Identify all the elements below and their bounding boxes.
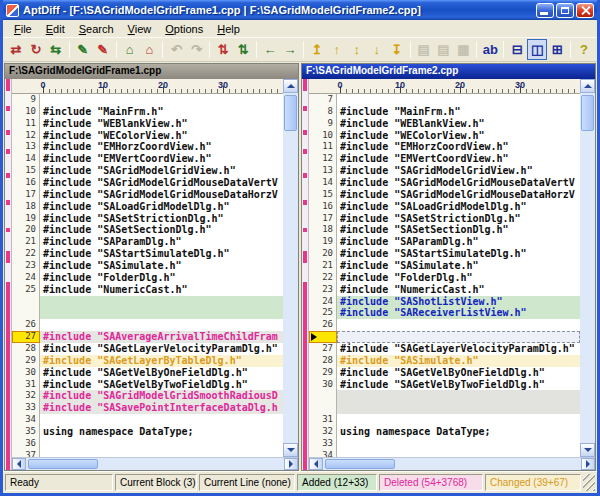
code-area-left[interactable]: 910#include "MainFrm.h"11#include "WEBla…: [12, 94, 283, 457]
code-text[interactable]: #include "WEColorView.h": [40, 130, 283, 142]
line-number[interactable]: 21: [12, 236, 40, 248]
code-line[interactable]: 30#include "SAGetVelByOneFieldDlg.h": [12, 367, 283, 379]
code-line[interactable]: 15#include "SAGridModelGridView.h": [12, 165, 283, 177]
code-text[interactable]: #include "SAGetVelByOneFieldDlg.h": [40, 367, 283, 379]
code-text[interactable]: [40, 414, 283, 426]
code-text[interactable]: #include "SALoadGridModelDlg.h": [40, 201, 283, 213]
last-diff-button[interactable]: ↧: [387, 39, 407, 60]
line-number[interactable]: 34: [309, 450, 337, 457]
code-line[interactable]: 24#include "SAShotListView.h": [309, 296, 580, 308]
code-text[interactable]: #include "SAGetLayerVelocityParamDlg.h": [337, 343, 580, 355]
line-number[interactable]: 22: [309, 272, 337, 284]
code-text[interactable]: [40, 307, 283, 319]
code-text[interactable]: #include "SASetStrictionDlg.h": [337, 213, 580, 225]
code-line[interactable]: 24#include "FolderDlg.h": [12, 272, 283, 284]
code-text[interactable]: #include "SAGetVelByTwoFieldDlg.h": [337, 379, 580, 391]
code-line[interactable]: 14#include "SAGridModelGridMouseDataVert…: [309, 177, 580, 189]
code-line[interactable]: 9: [12, 94, 283, 106]
resize-grip[interactable]: [583, 474, 595, 491]
code-line[interactable]: 12#include "EMVertCoordView.h": [309, 153, 580, 165]
code-text[interactable]: [40, 94, 283, 106]
line-number[interactable]: [309, 402, 337, 414]
current-line-marker[interactable]: 27: [12, 331, 40, 343]
code-line[interactable]: [309, 390, 580, 402]
code-line[interactable]: 32#include "SAGridModelGridSmoothRadious…: [12, 390, 283, 402]
edit-file2-button[interactable]: ✎: [93, 39, 113, 60]
code-line[interactable]: 9#include "WEBlankView.h": [309, 118, 580, 130]
line-number[interactable]: 26: [309, 319, 337, 331]
layout-grid-button[interactable]: ⊞: [547, 39, 567, 60]
code-line[interactable]: 27#include "SAAverageArrivalTimeChildFra…: [12, 331, 283, 343]
code-line[interactable]: 16#include "SAGridModelGridMouseDataVert…: [12, 177, 283, 189]
code-line[interactable]: 34: [12, 414, 283, 426]
line-number[interactable]: 25: [12, 284, 40, 296]
line-number[interactable]: 37: [12, 450, 40, 457]
line-number[interactable]: 19: [309, 236, 337, 248]
menu-file[interactable]: File: [7, 22, 39, 36]
code-line[interactable]: 35using namespace DataType;: [12, 426, 283, 438]
line-number[interactable]: 22: [12, 248, 40, 260]
next-diff-button[interactable]: ↓: [367, 39, 387, 60]
line-number[interactable]: 20: [309, 248, 337, 260]
code-text[interactable]: [337, 450, 580, 457]
code-text[interactable]: #include "EMHorzCoordView.h": [40, 141, 283, 153]
code-text[interactable]: #include "SAStartSimulateDlg.h": [337, 248, 580, 260]
code-line[interactable]: [12, 307, 283, 319]
code-text[interactable]: #include "SASimulate.h": [337, 260, 580, 272]
copy-block-right-button[interactable]: ⇅: [233, 39, 253, 60]
line-number[interactable]: 17: [309, 213, 337, 225]
code-text[interactable]: #include "SAGetLayerVelocityParamDlg.h": [40, 343, 283, 355]
scroll-thumb[interactable]: [581, 95, 594, 131]
line-number[interactable]: 34: [12, 414, 40, 426]
line-number[interactable]: 11: [12, 118, 40, 130]
code-line[interactable]: 23#include "NumericCast.h": [309, 284, 580, 296]
code-text[interactable]: #include "SAGridModelGridSmoothRadiousD: [40, 390, 283, 402]
scroll-down-button[interactable]: [283, 443, 298, 457]
copy-to-left-button[interactable]: ←: [260, 39, 280, 60]
minimize-button[interactable]: [536, 3, 554, 18]
code-text[interactable]: using namespace DataType;: [337, 426, 580, 438]
code-text[interactable]: [337, 319, 580, 331]
diff-overview-left[interactable]: [5, 79, 12, 470]
line-number[interactable]: 26: [12, 319, 40, 331]
maximize-button[interactable]: [556, 3, 574, 18]
menu-edit[interactable]: Edit: [39, 22, 72, 36]
line-number[interactable]: 12: [12, 130, 40, 142]
recompare-button[interactable]: ↻: [26, 39, 46, 60]
line-number[interactable]: 15: [12, 165, 40, 177]
scroll-left-button[interactable]: [12, 458, 26, 470]
line-number[interactable]: 16: [12, 177, 40, 189]
code-line[interactable]: 21#include "SAParamDlg.h": [12, 236, 283, 248]
menu-view[interactable]: View: [121, 22, 159, 36]
scroll-track[interactable]: [283, 93, 298, 443]
line-number[interactable]: 31: [309, 414, 337, 426]
code-line[interactable]: 26: [12, 319, 283, 331]
code-text[interactable]: [40, 450, 283, 457]
line-number[interactable]: 24: [309, 296, 337, 308]
code-text[interactable]: [337, 331, 580, 343]
line-number[interactable]: 29: [12, 355, 40, 367]
code-text[interactable]: #include "FolderDlg.h": [40, 272, 283, 284]
line-number[interactable]: 8: [309, 106, 337, 118]
line-number[interactable]: [309, 390, 337, 402]
current-diff-button[interactable]: ↕: [347, 39, 367, 60]
code-line[interactable]: 26: [309, 319, 580, 331]
scroll-track[interactable]: [323, 458, 581, 470]
layout-vertical-button[interactable]: ◫: [527, 39, 547, 60]
scroll-up-button[interactable]: [580, 79, 595, 93]
code-text[interactable]: [337, 402, 580, 414]
line-number[interactable]: 11: [309, 141, 337, 153]
line-number[interactable]: 15: [309, 189, 337, 201]
code-text[interactable]: #include "WEColorView.h": [337, 130, 580, 142]
code-line[interactable]: 25#include "SAReceiverListView.h": [309, 307, 580, 319]
prev-diff-button[interactable]: ↑: [327, 39, 347, 60]
line-number[interactable]: 7: [309, 94, 337, 106]
menu-options[interactable]: Options: [158, 22, 210, 36]
code-text[interactable]: [40, 438, 283, 450]
code-text[interactable]: #include "SAAverageArrivalTimeChildFram: [40, 331, 283, 343]
diff-overview-right[interactable]: [302, 79, 309, 470]
code-line[interactable]: 21#include "SASimulate.h": [309, 260, 580, 272]
horizontal-scrollbar-left[interactable]: [12, 457, 298, 470]
line-number[interactable]: 10: [309, 130, 337, 142]
code-line[interactable]: 17#include "SAGridModelGridMouseDataHorz…: [12, 189, 283, 201]
